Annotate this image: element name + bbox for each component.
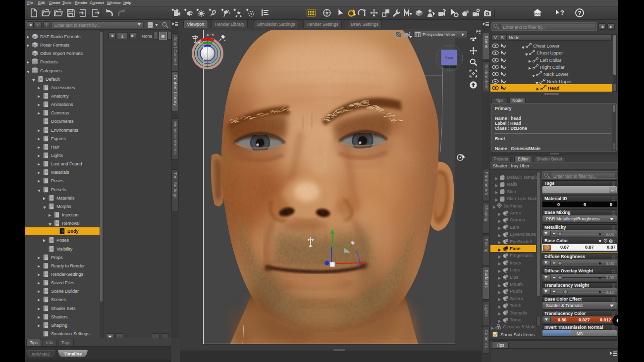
- svg-text:DS: DS: [536, 13, 539, 16]
- svg-text:?: ?: [578, 10, 581, 17]
- svg-text:?: ?: [560, 9, 564, 16]
